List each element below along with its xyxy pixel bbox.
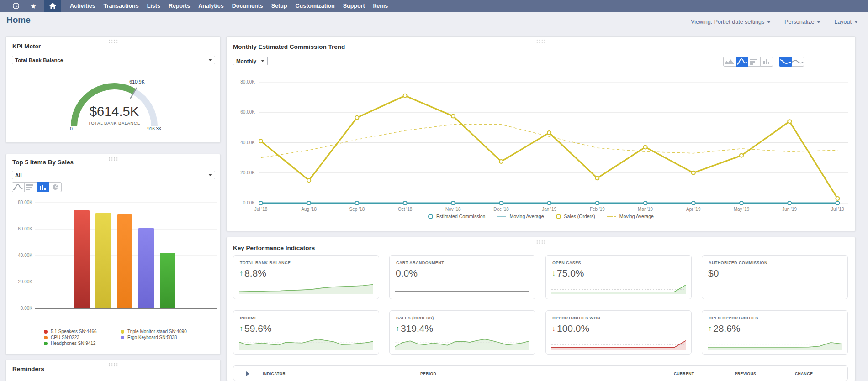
expand-triangle-icon[interactable] (246, 371, 249, 376)
kpi-sparkline (239, 334, 373, 351)
kpi-tile-total-bank-balance[interactable]: TOTAL BANK BALANCE↑8.8% (233, 255, 379, 299)
svg-text:Jan '19: Jan '19 (542, 207, 556, 212)
kpi-tile-value: 0.0% (396, 268, 418, 279)
recent-records-icon[interactable] (9, 0, 23, 12)
kpi-tile-open-cases[interactable]: OPEN CASES↓75.0% (545, 255, 692, 299)
area-chart-button[interactable] (723, 57, 736, 67)
kpi-sparkline (551, 334, 686, 351)
bar-ergo-keyboard-sn-5833[interactable] (138, 228, 154, 308)
kpi-tile-income[interactable]: INCOME↑59.6% (233, 310, 379, 355)
legend-item-moving-average: Moving Average (497, 214, 544, 219)
svg-text:Jul '19: Jul '19 (831, 207, 844, 212)
vbar-chart-button[interactable] (760, 57, 773, 67)
smooth-line-alt-icon (792, 57, 804, 66)
nav-item-setup[interactable]: Setup (267, 0, 291, 12)
kpi-tile-label: CART ABANDONMENT (396, 261, 444, 265)
svg-text:40.00K: 40.00K (240, 140, 255, 145)
nav-item-support[interactable]: Support (339, 0, 369, 12)
layout-dropdown[interactable]: Layout (834, 19, 858, 25)
portlet-key-performance-indicators: Key Performance Indicators TOTAL BANK BA… (226, 237, 856, 381)
portlet-drag-handle[interactable] (536, 240, 546, 244)
kpi-tile-number: 8.8% (244, 268, 266, 279)
nav-item-activities[interactable]: Activities (66, 0, 100, 12)
bar-5-1-speakers-sn-4466[interactable] (74, 210, 90, 308)
nav-item-documents[interactable]: Documents (228, 0, 267, 12)
line-chart-button[interactable] (736, 57, 748, 67)
bar-legend-col2: Triple Monitor stand SN:4090Ergo Keyboar… (121, 329, 187, 340)
kpi-tile-cart-abandonment[interactable]: CART ABANDONMENT0.0% (389, 255, 535, 299)
trend-chart-canvas: 0.00K20.00K40.00K60.00K80.00KJul '18Aug … (227, 78, 856, 214)
smooth-line-button[interactable] (779, 57, 792, 67)
vbar-chart-button[interactable] (37, 182, 49, 192)
legend-item-estimated-commission: Estimated Commission (428, 214, 485, 219)
svg-text:20.00K: 20.00K (18, 279, 32, 284)
top5-chart-type-toggle (12, 182, 62, 192)
top5-title: Top 5 Items By Sales (12, 159, 74, 166)
svg-text:0.00K: 0.00K (243, 200, 255, 205)
legend-item-cpu-sn-0223: CPU SN:0223 (44, 334, 97, 340)
portlet-drag-handle[interactable] (108, 157, 118, 161)
kpi-tile-sales-orders[interactable]: SALES (ORDERS)↑319.4% (389, 310, 535, 355)
hbar-chart-button[interactable] (24, 182, 37, 192)
svg-text:Dec '18: Dec '18 (493, 207, 509, 212)
nav-item-lists[interactable]: Lists (143, 0, 164, 12)
portlet-drag-handle[interactable] (108, 363, 118, 367)
bar-triple-monitor-stand-sn-4090[interactable] (95, 213, 111, 308)
legend-dash-marker (607, 216, 616, 217)
star-icon: ★ (30, 3, 36, 10)
col-current: CURRENT (674, 371, 694, 376)
legend-item-ergo-keyboard-sn-5833: Ergo Keyboard SN:5833 (121, 334, 187, 340)
svg-text:Aug '18: Aug '18 (301, 207, 317, 212)
smooth-line-alt-button[interactable] (791, 57, 804, 67)
chevron-down-icon (817, 21, 820, 23)
kpi-tile-open-opportunities[interactable]: OPEN OPPORTUNITIES↑28.6% (702, 310, 848, 355)
svg-text:Feb '19: Feb '19 (590, 207, 605, 212)
shortcuts-star-icon[interactable]: ★ (26, 0, 40, 12)
col-previous: PREVIOUS (735, 371, 756, 376)
legend-dot (44, 336, 48, 339)
trend-period-select[interactable]: Monthly (233, 57, 268, 65)
kpi-sparkline (395, 334, 529, 351)
trend-chart-type-toggle (723, 57, 773, 67)
viewing-dropdown[interactable]: Viewing: Portlet date settings (691, 19, 771, 25)
bar-chart-canvas: 0.00K20.00K40.00K60.00K80.00K (6, 198, 221, 317)
kpi-sparkline (708, 334, 842, 351)
hbar-chart-button[interactable] (748, 57, 761, 67)
top5-select[interactable]: All (12, 171, 215, 179)
home-tab[interactable] (44, 0, 61, 12)
legend-dot (121, 336, 124, 339)
kpi-table-header: INDICATOR PERIOD CURRENT PREVIOUS CHANGE (233, 365, 848, 381)
bar-chart: 0.00K20.00K40.00K60.00K80.00K (6, 198, 221, 317)
nav-item-customization[interactable]: Customization (291, 0, 339, 12)
chevron-down-icon (854, 21, 858, 23)
portlet-top5-items: Top 5 Items By Sales All 0.00K20.00K40.0… (5, 154, 221, 355)
portlet-drag-handle[interactable] (536, 39, 546, 43)
svg-text:Oct '18: Oct '18 (398, 207, 413, 212)
bar-headphones-sn-9412[interactable] (160, 253, 175, 308)
kpi-tile-number: 59.6% (244, 323, 272, 334)
kpi-tile-value: ↑319.4% (396, 323, 433, 334)
kpi-tile-number: 75.0% (557, 268, 584, 279)
kpi-meter-select[interactable]: Total Bank Balance (12, 56, 215, 64)
nav-item-items[interactable]: Items (369, 0, 392, 12)
line-chart-button[interactable] (12, 182, 25, 192)
kpi-tile-number: 28.6% (713, 323, 741, 334)
nav-item-transactions[interactable]: Transactions (100, 0, 143, 12)
bar-cpu-sn-0223[interactable] (117, 214, 132, 308)
line-chart-icon (12, 183, 24, 192)
col-period: PERIOD (420, 371, 436, 376)
kpi-tile-label: SALES (ORDERS) (396, 316, 434, 320)
legend-item-headphones-sn-9412: Headphones SN:9412 (44, 340, 97, 346)
pie-chart-button[interactable] (49, 182, 62, 192)
reminders-title: Reminders (12, 365, 44, 372)
legend-label: Triple Monitor stand SN:4090 (127, 329, 187, 334)
portlet-drag-handle[interactable] (108, 39, 118, 43)
kpi-tile-authorized-commission[interactable]: AUTHORIZED COMMISSION$0 (702, 255, 848, 299)
nav-item-analytics[interactable]: Analytics (194, 0, 228, 12)
legend-dot (44, 330, 48, 334)
personalize-dropdown[interactable]: Personalize (784, 19, 820, 25)
kpi-sparkline (239, 279, 373, 296)
kpi-tile-opportunities-won[interactable]: OPPORTUNITIES WON↓100.0% (545, 310, 692, 355)
legend-label: CPU SN:0223 (51, 335, 79, 340)
nav-item-reports[interactable]: Reports (164, 0, 194, 12)
